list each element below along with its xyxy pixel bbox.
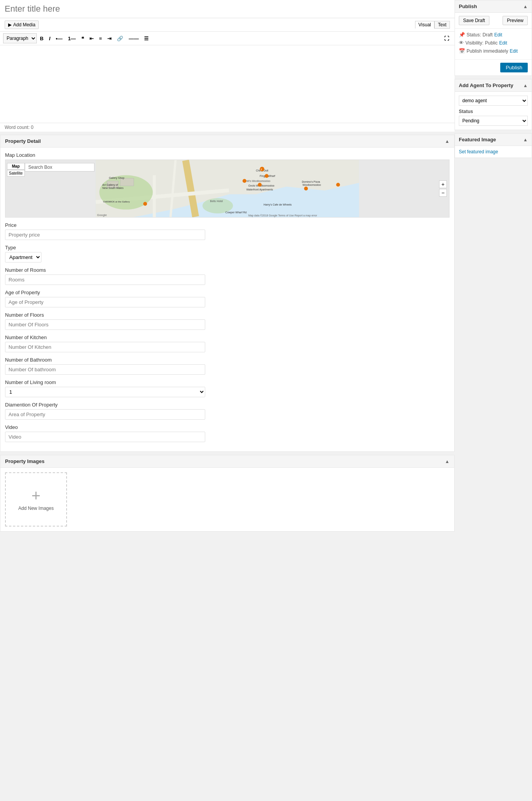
add-agent-header: Add Agent To Property ▲	[455, 79, 532, 92]
plus-icon: +	[31, 488, 40, 503]
visibility-edit-link[interactable]: Edit	[499, 40, 507, 46]
kitchen-sink-button[interactable]: ☰	[142, 33, 151, 43]
svg-text:Waterfront Apartments: Waterfront Apartments	[246, 188, 273, 191]
calendar-icon: 📅	[459, 48, 465, 54]
video-group: Video	[5, 424, 450, 442]
map-search-box[interactable]: Search Box	[25, 163, 94, 172]
zoom-out-button[interactable]: −	[439, 189, 447, 197]
floors-group: Number of Floors	[5, 312, 450, 330]
svg-text:Gallery Shop: Gallery Shop	[109, 177, 124, 180]
publish-chevron: ▲	[523, 4, 528, 9]
property-detail-title: Property Detail	[5, 138, 41, 144]
map-type-buttons: Map Satellite	[7, 163, 25, 177]
status-edit-link[interactable]: Edit	[494, 32, 502, 38]
map-container[interactable]: Art Gallery of New South Wales Gallery S…	[5, 160, 450, 218]
property-detail-section: Property Detail ▲ Map Location	[0, 135, 455, 452]
more-button[interactable]: ——	[126, 33, 141, 43]
svg-text:Cowper Wharf Rd: Cowper Wharf Rd	[225, 211, 247, 214]
agent-select[interactable]: demo agent	[459, 96, 528, 106]
living-select[interactable]: 1 2 3	[5, 387, 205, 397]
kitchen-input[interactable]	[5, 342, 205, 352]
publish-meta: 📌 Status: Draft Edit 👁 Visibility: Publi…	[455, 29, 532, 59]
align-center-button[interactable]: ≡	[97, 33, 105, 43]
align-left-button[interactable]: ⇤	[87, 33, 96, 43]
set-featured-image-link[interactable]: Set featured image	[455, 146, 532, 158]
blockquote-button[interactable]: ❝	[79, 33, 86, 43]
italic-button[interactable]: I	[46, 33, 53, 43]
fullscreen-button[interactable]: ⛶	[442, 33, 451, 43]
svg-text:Art Gallery of: Art Gallery of	[102, 184, 118, 187]
paragraph-select[interactable]: Paragraph	[3, 33, 37, 43]
map-btn[interactable]: Map	[7, 163, 25, 170]
floors-label: Number of Floors	[5, 312, 450, 318]
link-button[interactable]: 🔗	[115, 33, 125, 43]
save-draft-button[interactable]: Save Draft	[459, 16, 489, 25]
publish-section-header: Publish ▲	[455, 0, 532, 13]
add-media-button[interactable]: ▶ Add Media	[5, 21, 39, 29]
kitchen-label: Number of Kitchen	[5, 334, 450, 340]
title-input[interactable]	[5, 4, 450, 14]
featured-image-section: Featured Image ▲ Set featured image	[455, 133, 532, 158]
map-search-label: Search Box	[28, 165, 52, 170]
price-input[interactable]	[5, 230, 205, 240]
property-images-body: + Add New Images	[0, 472, 454, 527]
svg-text:Harry's Cafe de Wheels: Harry's Cafe de Wheels	[264, 203, 292, 206]
publish-time-row: 📅 Publish immediately Edit	[459, 48, 528, 54]
bathroom-group: Number of Bathroom	[5, 357, 450, 375]
preview-button[interactable]: Preview	[503, 16, 528, 25]
dimension-label: Diamention Of Property	[5, 402, 450, 408]
bold-button[interactable]: B	[38, 33, 46, 43]
age-group: Age of Property	[5, 290, 450, 307]
satellite-btn[interactable]: Satellite	[7, 170, 25, 177]
visibility-icon: 👁	[459, 40, 464, 46]
status-section-select[interactable]: Pending Active Sold	[459, 116, 528, 126]
editor-body[interactable]	[0, 45, 455, 123]
unordered-list-button[interactable]: •―	[53, 33, 65, 43]
add-images-button[interactable]: + Add New Images	[5, 472, 67, 527]
publish-title: Publish	[459, 3, 477, 9]
status-value: Draft	[482, 32, 493, 38]
type-select[interactable]: Apartment	[5, 252, 41, 262]
publish-time-edit-link[interactable]: Edit	[510, 48, 518, 54]
property-detail-body: Map Location	[0, 148, 454, 451]
price-group: Price	[5, 222, 450, 240]
map-location-group: Map Location	[5, 152, 450, 218]
add-media-label: Add Media	[13, 22, 35, 27]
publish-btn-row: Publish	[455, 59, 532, 75]
property-images-header[interactable]: Property Images ▲	[0, 455, 454, 468]
rooms-label: Number of Rooms	[5, 267, 450, 273]
publish-section: Publish ▲ Save Draft Preview 📌 Status: D…	[455, 0, 532, 76]
publish-button[interactable]: Publish	[500, 63, 528, 72]
property-images-section: Property Images ▲ + Add New Images	[0, 455, 455, 532]
rooms-input[interactable]	[5, 274, 205, 285]
publish-time-label: Publish	[467, 48, 482, 54]
text-tab[interactable]: Text	[434, 21, 450, 29]
visual-tab[interactable]: Visual	[415, 21, 434, 29]
visibility-value: Public	[485, 40, 498, 46]
publish-actions-top: Save Draft Preview	[455, 13, 532, 29]
property-detail-header[interactable]: Property Detail ▲	[0, 135, 454, 148]
featured-image-header: Featured Image ▲	[455, 134, 532, 146]
zoom-in-button[interactable]: +	[439, 180, 447, 188]
age-label: Age of Property	[5, 290, 450, 295]
type-label: Type	[5, 245, 450, 250]
svg-text:CHISWICK at the Gallery: CHISWICK at the Gallery	[103, 201, 130, 203]
bathroom-input[interactable]	[5, 364, 205, 375]
align-right-button[interactable]: ⇥	[105, 33, 114, 43]
svg-point-29	[258, 183, 262, 187]
floors-input[interactable]	[5, 319, 205, 330]
svg-text:Domino's Pizza: Domino's Pizza	[302, 180, 320, 183]
svg-text:i: i	[261, 168, 262, 171]
publish-time-value: immediately	[483, 48, 508, 54]
images-collapse-chevron: ▲	[445, 459, 450, 464]
age-input[interactable]	[5, 297, 205, 307]
svg-point-31	[304, 187, 308, 190]
living-group: Number of Living room 1 2 3	[5, 379, 450, 397]
title-area	[0, 0, 455, 18]
ordered-list-button[interactable]: 1―	[66, 33, 78, 43]
collapse-chevron: ▲	[445, 139, 450, 144]
word-count: Word count: 0	[0, 123, 455, 132]
add-agent-title: Add Agent To Property	[459, 82, 513, 88]
video-input[interactable]	[5, 432, 205, 442]
dimension-input[interactable]	[5, 409, 205, 420]
